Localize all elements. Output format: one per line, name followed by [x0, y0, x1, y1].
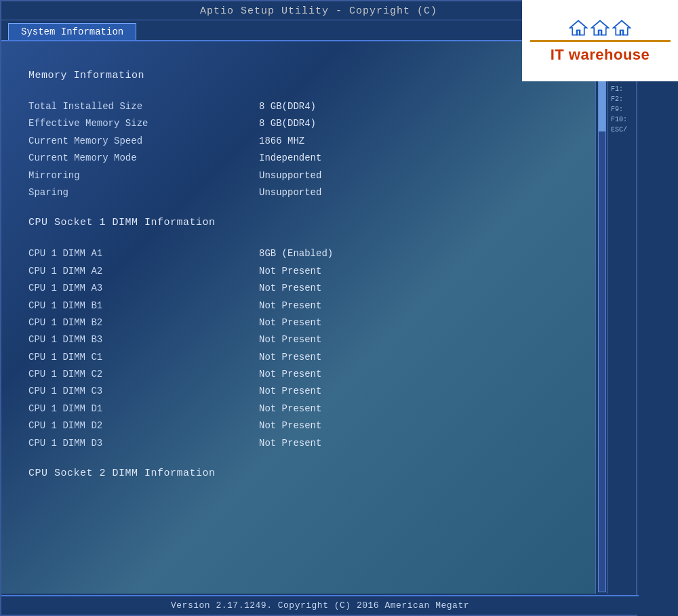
- cpu2-section-heading: CPU Socket 2 DIMM Information: [28, 468, 582, 479]
- right-sidebar: ++: ↑↓/D Ente +/-: F1: F2: F9: F10: ESC/: [607, 41, 636, 594]
- scrollbar-area[interactable]: [595, 41, 607, 594]
- row-sparing: Sparing Unsupported: [28, 185, 582, 200]
- sidebar-item-5: F2:: [610, 95, 635, 104]
- watermark: IT warehouse: [522, 0, 678, 81]
- bios-title: Aptio Setup Utility - Copyright (C): [200, 5, 437, 17]
- row-total-installed-size: Total Installed Size 8 GB(DDR4): [28, 99, 582, 114]
- row-current-memory-mode: Current Memory Mode Independent: [28, 150, 582, 165]
- main-content: Memory Information Total Installed Size …: [1, 41, 636, 594]
- tab-system-information[interactable]: System Information: [8, 23, 136, 40]
- center-panel: Memory Information Total Installed Size …: [1, 41, 595, 594]
- house-icon-3: [612, 18, 631, 37]
- version-text: Version 2.17.1249. Copyright (C) 2016 Am…: [171, 600, 469, 611]
- row-cpu1-dimm-b1: CPU 1 DIMM B1 Not Present: [28, 298, 582, 313]
- memory-section-heading: Memory Information: [28, 70, 582, 81]
- sidebar-item-8: ESC/: [610, 125, 635, 134]
- cpu1-dimm-rows: CPU 1 DIMM A1 8GB (Enabled) CPU 1 DIMM A…: [28, 246, 582, 451]
- row-cpu1-dimm-b3: CPU 1 DIMM B3 Not Present: [28, 332, 582, 347]
- watermark-houses: [569, 18, 631, 37]
- scrollbar-track[interactable]: [598, 43, 606, 592]
- row-cpu1-dimm-c3: CPU 1 DIMM C3 Not Present: [28, 384, 582, 398]
- sidebar-item-7: F10:: [610, 115, 635, 124]
- sidebar-item-4: F1:: [610, 85, 635, 94]
- row-effective-memory-size: Effective Memory Size 8 GB(DDR4): [28, 116, 582, 131]
- row-cpu1-dimm-c1: CPU 1 DIMM C1 Not Present: [28, 350, 582, 365]
- row-cpu1-dimm-b2: CPU 1 DIMM B2 Not Present: [28, 315, 582, 330]
- bios-frame: Aptio Setup Utility - Copyright (C) Syst…: [0, 0, 637, 616]
- row-cpu1-dimm-a1: CPU 1 DIMM A1 8GB (Enabled): [28, 246, 582, 261]
- svg-marker-4: [614, 20, 631, 35]
- svg-marker-2: [592, 20, 609, 35]
- watermark-text: IT warehouse: [551, 46, 650, 64]
- row-cpu1-dimm-c2: CPU 1 DIMM C2 Not Present: [28, 367, 582, 382]
- memory-info-rows: Total Installed Size 8 GB(DDR4) Effectiv…: [28, 99, 582, 200]
- row-cpu1-dimm-d3: CPU 1 DIMM D3 Not Present: [28, 436, 582, 451]
- sidebar-item-6: F9:: [610, 105, 635, 114]
- row-current-memory-speed: Current Memory Speed 1866 MHZ: [28, 134, 582, 148]
- cpu1-section-heading: CPU Socket 1 DIMM Information: [28, 217, 582, 228]
- row-cpu1-dimm-a2: CPU 1 DIMM A2 Not Present: [28, 264, 582, 279]
- house-icon-2: [591, 18, 610, 37]
- row-cpu1-dimm-d2: CPU 1 DIMM D2 Not Present: [28, 418, 582, 433]
- house-icon-1: [569, 18, 588, 37]
- watermark-divider: [530, 40, 671, 42]
- row-cpu1-dimm-d1: CPU 1 DIMM D1 Not Present: [28, 401, 582, 416]
- row-mirroring: Mirroring Unsupported: [28, 168, 582, 183]
- svg-marker-0: [570, 20, 587, 35]
- bottom-version-bar: Version 2.17.1249. Copyright (C) 2016 Am…: [1, 595, 639, 615]
- row-cpu1-dimm-a3: CPU 1 DIMM A3 Not Present: [28, 281, 582, 295]
